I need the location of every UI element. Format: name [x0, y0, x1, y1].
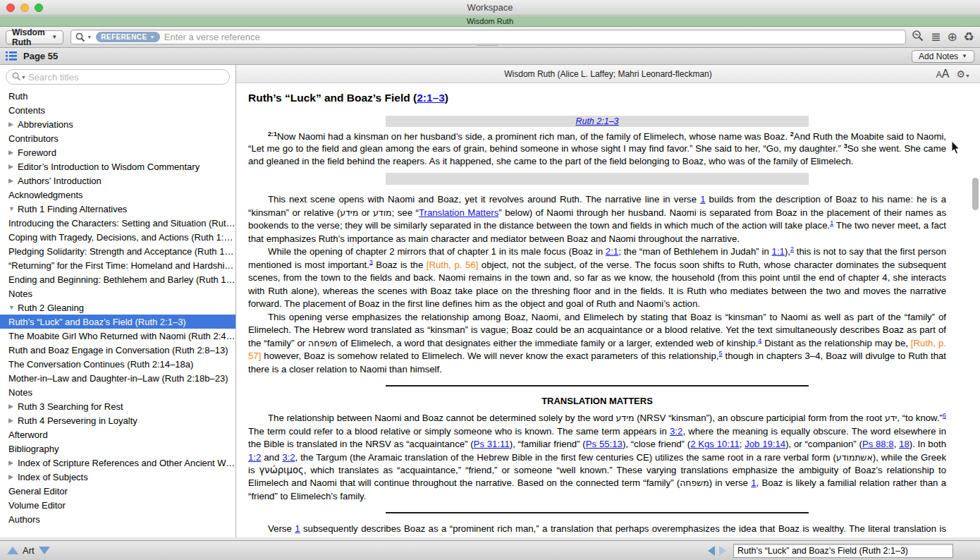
link-segment[interactable]: Ruth 2:1–3 — [575, 116, 618, 126]
verse-search-field[interactable]: ▼ REFERENCE ▼ Enter a verse reference — [71, 30, 906, 44]
sidebar-item[interactable]: ▶ Index of Scripture References and Othe… — [0, 456, 235, 470]
sidebar-item[interactable]: ▶ Ruth 4 Persevering in Loyalty — [0, 413, 235, 427]
sidebar-item[interactable]: General Editor — [0, 484, 235, 498]
sidebar-item[interactable]: Ruth — [0, 89, 235, 103]
sidebar-item[interactable]: ▼ Ruth 2 Gleaning — [0, 300, 235, 315]
sidebar-item[interactable]: ▶ Editor’s Introduction to Wisdom Commen… — [0, 159, 235, 174]
sidebar-item-label: Contents — [8, 105, 45, 116]
sidebar-search-input[interactable]: ▼ Search titles — [6, 69, 230, 85]
sidebar-item[interactable]: The Moabite Girl Who Returned with Naomi… — [0, 329, 235, 343]
toolbar: Wisdom Ruth ▼ ▼ REFERENCE ▼ Enter a vers… — [0, 27, 980, 48]
art-down-arrow-icon[interactable] — [39, 547, 50, 554]
disclosure-triangle-icon[interactable]: ▶ — [8, 459, 18, 466]
sidebar-item-label: Editor’s Introduction to Wisdom Commenta… — [18, 162, 200, 172]
disclosure-triangle-icon[interactable]: ▶ — [8, 121, 18, 128]
art-up-arrow-icon[interactable] — [7, 547, 18, 554]
link-segment[interactable]: 1:2 — [248, 452, 261, 463]
session-bar: Wisdom Ruth — [0, 16, 980, 27]
link-segment[interactable]: 1 — [700, 194, 705, 205]
text-segment: ), “close friend” ( — [623, 439, 690, 449]
sidebar-item[interactable]: Ruth and Boaz Engage in Conversation (Ru… — [0, 343, 235, 357]
text-segment: Boaz is the — [373, 260, 427, 270]
disclosure-triangle-icon[interactable]: ▶ — [8, 177, 18, 184]
heb-segment: משפחה — [308, 338, 338, 348]
disclosure-triangle-icon[interactable]: ▶ — [8, 473, 18, 480]
parallel-list-icon[interactable]: ≣ — [931, 31, 941, 43]
sidebar-item[interactable]: Introducing the Characters: Setting and … — [0, 216, 235, 230]
sidebar-item-label: Acknowledgments — [8, 190, 83, 200]
text-segment: however, Boaz is somehow related to Elim… — [261, 351, 718, 361]
sidebar-item[interactable]: ▶ Abbreviations — [0, 117, 235, 131]
text-segment: , — [894, 439, 899, 449]
text-segment: of Elimelech, a word that designates eit… — [338, 338, 759, 348]
link-segment[interactable]: 1:1 — [772, 246, 785, 257]
module-selector-button[interactable]: Wisdom Ruth ▼ — [6, 30, 63, 44]
sidebar-item[interactable]: Notes — [0, 286, 235, 300]
disclosure-triangle-icon[interactable]: ▶ — [8, 149, 18, 156]
link-segment[interactable]: 2:1–3 — [417, 92, 445, 104]
sidebar-item[interactable]: Coping with Tragedy, Decisions, and Acti… — [0, 230, 235, 244]
disclosure-triangle-icon[interactable]: ▶ — [8, 163, 18, 170]
link-segment[interactable]: 18 — [899, 439, 909, 449]
link-segment[interactable]: 3:2 — [282, 452, 295, 463]
link-segment[interactable]: 1 — [751, 477, 756, 488]
sidebar-item[interactable]: ▶ Ruth 3 Searching for Rest — [0, 399, 235, 413]
sidebar-item[interactable]: Contributors — [0, 131, 235, 145]
sidebar-item[interactable]: Volume Editor — [0, 498, 235, 512]
sidebar-item[interactable]: Bibliography — [0, 442, 235, 456]
sidebar-item[interactable]: Notes — [0, 385, 235, 399]
add-parallel-icon[interactable]: ⊕ — [948, 31, 957, 43]
pericope-end-bar — [386, 173, 809, 185]
commentary-paragraph: While the opening of chapter 2 mirrors t… — [248, 245, 946, 310]
sidebar-item[interactable]: ▶ Foreword — [0, 145, 235, 159]
sidebar-item[interactable]: Contents — [0, 103, 235, 117]
link-segment[interactable]: 1 — [295, 523, 300, 534]
sidebar-item[interactable]: Ending and Beginning: Bethlehem and Barl… — [0, 272, 235, 286]
previous-section-arrow-icon[interactable] — [708, 546, 715, 556]
heb-segment: ידע — [885, 413, 897, 423]
heb-segment: מודע — [373, 207, 392, 218]
sidebar-item[interactable]: Afterword — [0, 427, 235, 442]
next-section-arrow-icon[interactable] — [719, 546, 726, 556]
link-segment[interactable]: 3:2 — [670, 426, 682, 437]
link-segment[interactable]: 2:1 — [606, 246, 618, 257]
link-segment[interactable]: Job 19:14 — [745, 439, 785, 449]
disclosure-triangle-icon[interactable]: ▶ — [8, 417, 18, 424]
disclosure-triangle-icon[interactable]: ▼ — [8, 205, 18, 212]
gear-icon[interactable]: ⚙▼ — [957, 68, 971, 80]
sidebar-item-label: Foreword — [18, 147, 56, 158]
disclosure-triangle-icon[interactable]: ▶ — [8, 403, 18, 410]
add-notes-button[interactable]: Add Notes ▼ — [912, 50, 974, 63]
sidebar-item[interactable]: ▶ Index of Subjects — [0, 470, 235, 484]
link-segment[interactable]: Translation Matters — [419, 207, 498, 218]
tab-page-label[interactable]: Page 55 — [23, 51, 58, 61]
sidebar-item[interactable]: Ruth’s “Luck” and Boaz’s Field (Ruth 2:1… — [0, 315, 235, 329]
disclosure-triangle-icon[interactable]: ▼ — [8, 304, 18, 311]
goto-section-field[interactable]: Ruth’s “Luck” and Boaz’s Field (Ruth 2:1… — [733, 544, 953, 558]
amplify-icon[interactable]: ♻ — [964, 31, 974, 43]
font-size-control[interactable]: AA — [936, 68, 950, 80]
sidebar-item[interactable]: Pledging Solidarity: Strength and Accept… — [0, 244, 235, 258]
table-of-contents-icon[interactable] — [6, 51, 17, 61]
reference-tag[interactable]: REFERENCE ▼ — [96, 32, 160, 42]
sidebar-item[interactable]: The Conversation Continues (Ruth 2:14–18… — [0, 357, 235, 371]
sidebar-item-label: Bibliography — [8, 444, 59, 454]
search-options-chevron-icon[interactable]: ▼ — [87, 35, 92, 39]
link-segment[interactable]: Ps 55:13 — [586, 439, 623, 449]
search-results-icon[interactable] — [912, 30, 924, 44]
sup-segment[interactable]: 6 — [943, 412, 946, 419]
splitter-handle[interactable] — [477, 45, 498, 49]
sidebar-item[interactable]: ▶ Authors’ Introduction — [0, 174, 235, 188]
sidebar-item-label: Volume Editor — [8, 500, 66, 511]
sidebar-item[interactable]: Mother-in–Law and Daughter-in–Law (Ruth … — [0, 371, 235, 385]
vertical-scrollbar-thumb[interactable] — [972, 178, 979, 210]
link-segment[interactable]: 2 Kgs 10:11 — [690, 439, 740, 449]
link-segment[interactable]: Ps 31:11 — [474, 439, 510, 449]
search-icon[interactable] — [75, 32, 85, 42]
sidebar-item[interactable]: ▼ Ruth 1 Finding Alternatives — [0, 202, 235, 216]
sidebar-item[interactable]: Acknowledgments — [0, 188, 235, 202]
sidebar-item[interactable]: “Returning” for the First Time: Homeland… — [0, 258, 235, 272]
chevron-down-icon: ▼ — [962, 53, 967, 59]
link-segment[interactable]: Ps 88:8 — [862, 439, 894, 449]
sidebar-item[interactable]: Authors — [0, 512, 235, 526]
